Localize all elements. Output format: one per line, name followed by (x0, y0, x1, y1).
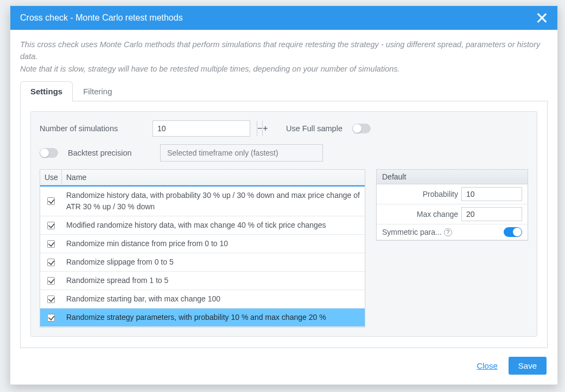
backtest-precision-label: Backtest precision (68, 149, 150, 157)
probability-label: Probability (382, 190, 458, 198)
backtest-precision-value: Selected timeframe only (fastest) (167, 149, 278, 157)
symmetric-label: Symmetric para... (382, 228, 442, 236)
table-cell-name: Randomize starting bar, with max change … (62, 290, 365, 308)
table-cell-name: Randomize min distance from price from 0… (62, 235, 365, 253)
table-row[interactable]: Randomize starting bar, with max change … (40, 290, 365, 309)
probability-input[interactable] (462, 188, 565, 201)
content-row: Use Name Randomize history data, with pr… (40, 169, 528, 327)
title-bar: Cross check - Monte Carlo retest methods (10, 6, 557, 30)
settings-gray-box: Number of simulations − + Use Full sampl… (30, 111, 537, 337)
table-row[interactable]: Randomize spread from 1 to 5 (40, 272, 365, 290)
tab-settings[interactable]: Settings (20, 81, 73, 101)
row-backtest-precision: Backtest precision Selected timeframe on… (40, 144, 528, 162)
table-cell-use (40, 237, 62, 251)
methods-table: Use Name Randomize history data, with pr… (40, 169, 365, 327)
max-change-label: Max change (382, 210, 458, 219)
table-row[interactable]: Randomize history data, with probability… (40, 187, 365, 216)
row-checkbox[interactable] (47, 277, 55, 285)
probability-spinner: − + (461, 187, 522, 201)
description-line1: This cross check uses Monte Carlo method… (20, 40, 540, 61)
table-head: Use Name (40, 170, 365, 185)
close-button[interactable]: Close (477, 361, 497, 370)
row-checkbox[interactable] (47, 259, 55, 266)
col-use: Use (40, 170, 62, 185)
table-row[interactable]: Randomize min distance from price from 0… (40, 235, 365, 253)
table-cell-name: Randomize strategy parameters, with prob… (62, 309, 365, 326)
description-line2: Note that it is slow, strategy will have… (20, 65, 400, 73)
table-cell-use (40, 219, 62, 233)
table-row[interactable]: Modified randomize history data, with ma… (40, 216, 365, 235)
row-checkbox[interactable] (47, 222, 55, 229)
num-simulations-label: Number of simulations (40, 124, 143, 133)
save-button[interactable]: Save (509, 357, 547, 375)
col-name: Name (62, 170, 365, 185)
table-cell-name: Modified randomize history data, with ma… (62, 216, 365, 234)
settings-panel: Number of simulations − + Use Full sampl… (20, 101, 548, 348)
row-checkbox[interactable] (47, 295, 55, 303)
help-icon[interactable]: ? (444, 228, 452, 236)
table-cell-use (40, 255, 62, 269)
table-row[interactable]: Randomize slippage from 0 to 5 (40, 253, 365, 272)
detail-row-probability: Probability − + (377, 184, 528, 204)
row-checkbox[interactable] (47, 314, 55, 322)
detail-row-max-change: Max change − + (377, 204, 528, 224)
description-text: This cross check uses Monte Carlo method… (20, 38, 548, 75)
row-simulations: Number of simulations − + Use Full sampl… (40, 120, 528, 137)
detail-box: Default Probability − + (376, 169, 528, 241)
table-cell-use (40, 292, 62, 306)
detail-header: Default (377, 170, 528, 184)
detail-row-symmetric: Symmetric para... ? (377, 224, 528, 240)
table-cell-name: Randomize spread from 1 to 5 (62, 272, 365, 290)
num-simulations-input[interactable] (153, 121, 257, 136)
table-cell-use (40, 274, 62, 288)
table-row[interactable]: Randomize strategy parameters, with prob… (40, 309, 365, 327)
modal-footer: Close Save (10, 348, 557, 384)
close-icon[interactable] (536, 12, 548, 24)
num-simulations-spinner: − + (153, 120, 250, 137)
max-change-input[interactable] (462, 208, 565, 221)
table-cell-use (40, 311, 62, 325)
full-sample-toggle[interactable] (352, 124, 371, 133)
backtest-precision-select[interactable]: Selected timeframe only (fastest) (160, 144, 323, 162)
row-checkbox[interactable] (47, 240, 55, 248)
num-simulations-increment[interactable]: + (262, 121, 268, 136)
modal-cross-check: Cross check - Monte Carlo retest methods… (10, 5, 558, 385)
num-simulations-spin-buttons: − + (257, 121, 268, 136)
tabs-bar: Settings Filtering (20, 81, 548, 101)
full-sample-label: Use Full sample (286, 124, 342, 133)
modal-body: This cross check uses Monte Carlo method… (10, 30, 557, 348)
table-cell-name: Randomize slippage from 0 to 5 (62, 253, 365, 271)
window-title: Cross check - Monte Carlo retest methods (20, 13, 183, 23)
num-simulations-decrement[interactable]: − (257, 121, 262, 136)
max-change-spinner: − + (461, 207, 522, 221)
symmetric-toggle[interactable] (504, 227, 522, 237)
tab-filtering[interactable]: Filtering (73, 81, 122, 101)
row-checkbox[interactable] (47, 197, 55, 205)
table-body: Randomize history data, with probability… (40, 187, 365, 327)
table-cell-name: Randomize history data, with probability… (62, 187, 365, 216)
backtest-precision-toggle[interactable] (40, 148, 58, 158)
table-cell-use (40, 194, 62, 208)
